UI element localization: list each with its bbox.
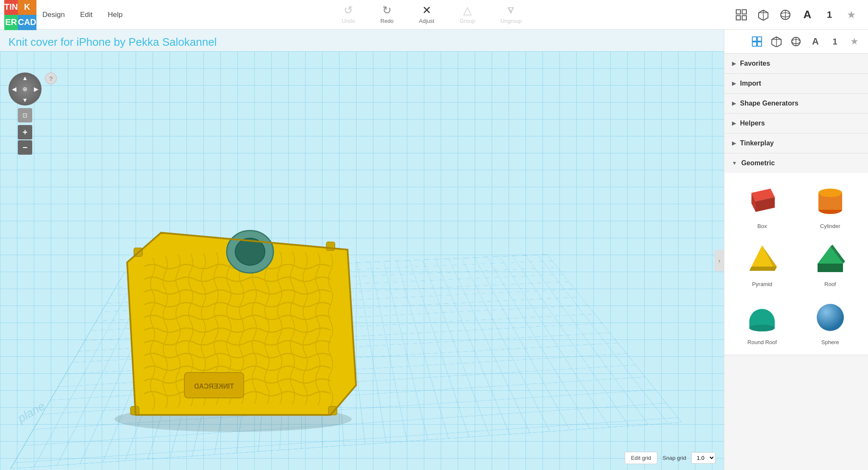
section-arrow-shape-generators: ▶ <box>732 100 736 106</box>
wireframe-icon[interactable] <box>777 7 793 23</box>
section-shape-generators: ▶ Shape Generators <box>724 94 868 114</box>
menu-help[interactable]: Help <box>100 7 130 22</box>
group-button[interactable]: △ Group <box>460 4 475 24</box>
svg-rect-20 <box>757 37 762 41</box>
text-icon[interactable]: A <box>799 7 815 23</box>
undo-button[interactable]: ↺ Undo <box>342 4 355 24</box>
project-title: Knit cover for iPhone by Pekka Salokanne… <box>0 30 724 51</box>
redo-button[interactable]: ↻ Redo <box>381 4 394 24</box>
community-icon[interactable] <box>788 34 804 49</box>
section-tinkerplay-header[interactable]: ▶ Tinkerplay <box>724 133 868 153</box>
section-favorites-header[interactable]: ▶ Favorites <box>724 54 868 73</box>
cube-icon[interactable] <box>755 7 771 23</box>
box-shape-icon <box>743 182 781 220</box>
help-badge[interactable]: ? <box>45 72 57 84</box>
roof-label: Roof <box>824 281 836 287</box>
shape-cylinder[interactable]: Cylinder <box>798 179 862 233</box>
svg-rect-19 <box>752 37 757 41</box>
section-arrow-geometric: ▼ <box>732 160 737 166</box>
section-helpers: ▶ Helpers <box>724 114 868 133</box>
section-arrow-helpers: ▶ <box>732 120 736 126</box>
nav-down[interactable]: ▼ <box>19 95 31 106</box>
grid-icon[interactable] <box>733 7 749 23</box>
roof-shape-icon <box>811 240 849 278</box>
svg-point-43 <box>817 304 844 331</box>
favorites-icon[interactable]: ★ <box>847 34 862 49</box>
rotate-control[interactable]: ▲ ◀ ⊕ ▶ ▼ <box>8 72 42 106</box>
pyramid-shape-icon <box>743 240 781 278</box>
tinkercad-logo[interactable]: TIN K ER CAD <box>4 0 35 30</box>
section-tinkerplay-label: Tinkerplay <box>740 139 774 147</box>
sphere-label: Sphere <box>821 339 839 345</box>
zoom-out-button[interactable]: − <box>18 140 32 155</box>
section-favorites-label: Favorites <box>740 60 770 67</box>
section-geometric: ▼ Geometric <box>724 153 868 355</box>
ungroup-icon: ⛛ <box>506 4 517 17</box>
section-helpers-header[interactable]: ▶ Helpers <box>724 114 868 133</box>
nav-right[interactable]: ▶ <box>31 83 42 95</box>
shapes-panel-icon[interactable] <box>749 34 765 49</box>
right-sidebar: A 1 ★ ▶ Favorites ▶ Import ▶ Shape Gener… <box>724 30 868 470</box>
bottom-controls: Edit grid Snap grid 1.0 0.5 2.0 <box>625 452 715 464</box>
zoom-controls: + − <box>18 125 32 155</box>
round-roof-shape-icon <box>743 298 781 337</box>
3d-view-icon[interactable] <box>769 34 784 49</box>
edit-grid-button[interactable]: Edit grid <box>625 452 658 464</box>
shape-round-roof[interactable]: Round Roof <box>730 295 794 349</box>
toolbar: ↺ Undo ↻ Redo ✕ Adjust △ Group ⛛ Ungroup <box>130 4 733 26</box>
menu-design[interactable]: Design <box>35 7 72 22</box>
redo-icon: ↻ <box>382 4 392 17</box>
svg-rect-2 <box>736 16 740 20</box>
group-icon: △ <box>463 4 472 17</box>
svg-rect-40 <box>818 264 843 272</box>
svg-rect-3 <box>742 16 746 20</box>
cylinder-shape-icon <box>811 182 849 220</box>
snap-grid-select[interactable]: 1.0 0.5 2.0 <box>691 452 715 464</box>
logo-tin: TIN <box>4 0 18 15</box>
section-import: ▶ Import <box>724 74 868 94</box>
navigation-controls: ▲ ◀ ⊕ ▶ ▼ ⊡ + − <box>8 72 42 155</box>
nav-center[interactable]: ⊕ <box>19 83 31 95</box>
svg-rect-1 <box>742 10 746 14</box>
svg-rect-22 <box>757 42 762 46</box>
shape-box[interactable]: Box <box>730 179 794 233</box>
nav-left[interactable]: ◀ <box>8 83 19 95</box>
section-arrow-tinkerplay: ▶ <box>732 140 736 146</box>
sidebar-top-bar: A 1 ★ <box>724 30 868 54</box>
topbar: TIN K ER CAD Design Edit Help ↺ Undo ↻ R… <box>0 0 868 30</box>
viewport[interactable]: TINKERCAD plane ▲ ◀ <box>0 51 724 470</box>
number-label-icon[interactable]: 1 <box>827 34 843 49</box>
star-icon[interactable]: ★ <box>843 7 860 23</box>
main-area: Knit cover for iPhone by Pekka Salokanne… <box>0 30 868 470</box>
section-shape-generators-header[interactable]: ▶ Shape Generators <box>724 94 868 113</box>
zoom-in-button[interactable]: + <box>18 125 32 139</box>
logo-er: ER <box>4 15 18 30</box>
adjust-button[interactable]: ✕ Adjust <box>419 4 434 24</box>
section-geometric-header[interactable]: ▼ Geometric <box>724 153 868 173</box>
section-helpers-label: Helpers <box>740 120 765 127</box>
cylinder-label: Cylinder <box>820 223 840 229</box>
shape-pyramid[interactable]: Pyramid <box>730 237 794 291</box>
section-import-header[interactable]: ▶ Import <box>724 74 868 93</box>
svg-point-34 <box>818 189 842 197</box>
home-view-button[interactable]: ⊡ <box>18 108 32 122</box>
logo-k: K <box>18 0 36 15</box>
text-label-icon[interactable]: A <box>808 34 823 49</box>
sidebar-collapse-button[interactable]: › <box>715 250 724 271</box>
shape-sphere[interactable]: Sphere <box>798 295 862 349</box>
adjust-icon: ✕ <box>422 4 431 17</box>
section-favorites: ▶ Favorites <box>724 54 868 74</box>
section-shape-generators-label: Shape Generators <box>740 100 798 107</box>
undo-icon: ↺ <box>344 4 353 17</box>
number-icon[interactable]: 1 <box>821 7 837 23</box>
section-tinkerplay: ▶ Tinkerplay <box>724 133 868 153</box>
nav-up[interactable]: ▲ <box>19 72 31 83</box>
svg-marker-37 <box>749 267 777 271</box>
top-right-icons: A 1 ★ <box>733 7 864 23</box>
snap-grid-label: Snap grid <box>662 455 686 461</box>
shape-roof[interactable]: Roof <box>798 237 862 291</box>
menu-edit[interactable]: Edit <box>72 7 100 22</box>
shape-grid: Box Cylinder <box>724 173 868 355</box>
ungroup-button[interactable]: ⛛ Ungroup <box>501 4 522 24</box>
section-import-label: Import <box>740 80 761 87</box>
